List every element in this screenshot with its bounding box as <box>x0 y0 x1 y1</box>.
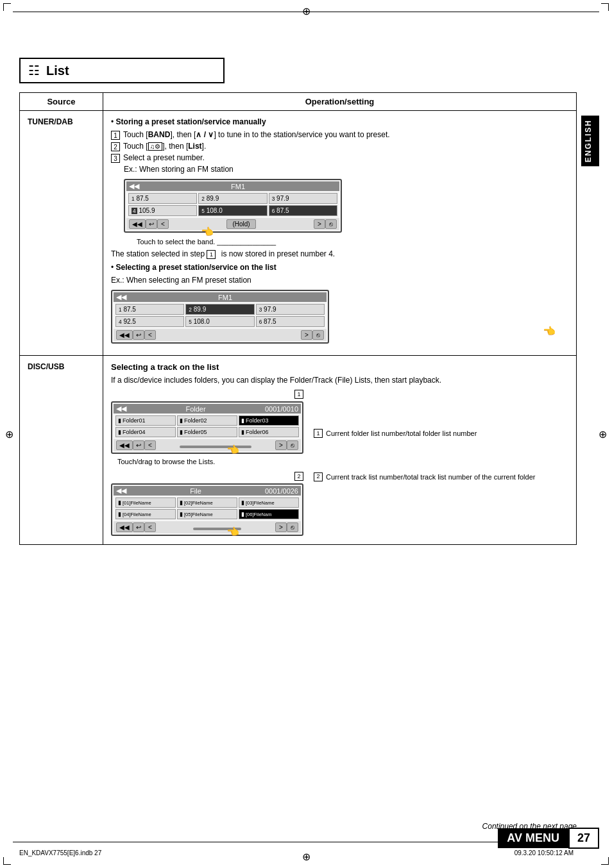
folder-cell-5: ▮Folder05 <box>177 427 237 437</box>
step-1: 1 Touch [BAND], then [∧ / ∨] to tune in … <box>111 130 568 140</box>
file-cell-6: ▮[06]FileNam <box>239 509 299 519</box>
fm-display-1-wrapper: ◀◀ FM1 1 87.5 2 89.9 3 97.9 4 105.9 5 1 <box>124 179 568 233</box>
note-item-2: 2 Current track list number/total track … <box>314 472 535 483</box>
fm2-cell-6: 6 87.5 <box>256 316 325 327</box>
touch-hand-2: 👈 <box>543 325 556 337</box>
operation-disc-usb: Selecting a track on the list If a disc/… <box>103 356 577 545</box>
list-header-title: List <box>46 63 69 78</box>
file-cell-2: ▮[02]FileName <box>177 497 237 508</box>
folder-icon-2: ▮ <box>180 417 183 424</box>
folder-back-btn[interactable]: ↩ <box>133 440 144 450</box>
file-icon-1: ▮ <box>118 499 121 506</box>
fm2-back-icon: ◀◀ <box>116 293 126 301</box>
fm-title-bar-1: ◀◀ FM1 <box>126 181 339 191</box>
av-menu-footer: AV MENU 27 <box>498 828 599 849</box>
fm-cell-2: 2 89.9 <box>198 193 267 204</box>
folder-prev-btn[interactable]: ◀◀ <box>116 440 133 450</box>
fm-grid-1: 1 87.5 2 89.9 3 97.9 4 105.9 5 108.0 6 8… <box>126 191 339 218</box>
folder-counter: 0001/0010 <box>265 405 298 413</box>
file-screen-wrapper: 2 ◀◀ File 0001/0026 <box>111 472 303 538</box>
crosshair-right-icon: ⊕ <box>599 428 607 440</box>
fm-display-2: ◀◀ FM1 1 87.5 2 89.9 3 97.9 4 92.5 5 10 <box>111 290 329 344</box>
folder-cell-4: ▮Folder04 <box>115 427 176 437</box>
note-text-2: Current track list number/total track li… <box>326 472 535 483</box>
operation-tuner-dab: Storing a preset station/service manuall… <box>103 111 577 356</box>
fm2-prev-btn[interactable]: ◀◀ <box>116 330 133 340</box>
corner-mark-bl <box>3 857 11 865</box>
file-title-text: File <box>190 487 201 495</box>
folder-lt-btn[interactable]: < <box>144 440 156 450</box>
page: ⊕ ⊕ ⊕ ⊕ ENGLISH ☷ List Source Operation/… <box>0 0 612 868</box>
step-num-2: 2 <box>111 142 120 151</box>
file-counter: 0001/0026 <box>265 487 298 495</box>
fm-prev-btn[interactable]: ◀◀ <box>129 219 146 229</box>
fm-back-icon: ◀◀ <box>129 182 139 190</box>
av-menu-label: AV MENU <box>498 828 568 848</box>
file-cell-4: ▮[04]FileName <box>115 509 176 519</box>
file-grid: ▮[01]FileName ▮[02]FileName ▮[03]FileNam… <box>114 496 301 521</box>
fm2-back-btn[interactable]: ↩ <box>133 330 144 340</box>
file-back-btn[interactable]: ↩ <box>133 522 144 532</box>
fm-back-btn[interactable]: ↩ <box>146 219 157 229</box>
folder-icon-3: ▮ <box>241 417 244 424</box>
fm-hold-area: (Hold) <box>169 221 314 228</box>
example-label-1: Ex.: When storing an FM station <box>124 165 568 174</box>
fm2-lt-btn[interactable]: < <box>144 330 156 340</box>
list-header: ☷ List <box>19 58 225 83</box>
disc-notes: 1 Current folder list number/total folde… <box>314 390 535 485</box>
fm-bottom-bar-1: ◀◀ ↩ < (Hold) > ⎋ <box>126 218 339 230</box>
fm-display-1: ◀◀ FM1 1 87.5 2 89.9 3 97.9 4 105.9 5 1 <box>124 179 342 233</box>
top-rule <box>13 12 599 12</box>
file-prev-btn[interactable]: ◀◀ <box>116 522 133 532</box>
source-disc-usb: DISC/USB <box>20 356 103 545</box>
fm-hold-btn[interactable]: (Hold) <box>226 219 255 229</box>
step-3: 3 Select a preset number. <box>111 153 568 163</box>
bullet-storing-title: Storing a preset station/service manuall… <box>116 117 266 126</box>
list-header-icon: ☷ <box>28 63 40 78</box>
fm-lt-btn[interactable]: < <box>157 219 169 229</box>
main-table: Source Operation/setting TUNER/DAB Stori… <box>19 92 577 545</box>
note-num-1: 1 <box>314 429 323 438</box>
col-source-header: Source <box>20 93 103 111</box>
fm-display-2-wrapper: ◀◀ FM1 1 87.5 2 89.9 3 97.9 4 92.5 5 10 <box>111 290 568 344</box>
disc-body-text: If a disc/device includes folders, you c… <box>111 376 568 385</box>
bullet-selecting-title: Selecting a preset station/service on th… <box>116 263 276 272</box>
folder-icon-5: ▮ <box>180 429 183 435</box>
fm2-eject-btn[interactable]: ⎋ <box>312 330 324 340</box>
touch-hand-file: 👈 <box>226 526 303 538</box>
note-item-1: 1 Current folder list number/total folde… <box>314 428 535 440</box>
step-3-text: Select a preset number. <box>123 153 205 162</box>
fm-title-bar-2: ◀◀ FM1 <box>114 292 327 302</box>
language-bar: ENGLISH <box>581 115 599 166</box>
fm-gt-btn[interactable]: > <box>314 219 325 229</box>
touch-caption-1: Touch to select the band. ______________… <box>137 238 568 246</box>
fm-cell-4: 4 105.9 <box>128 205 197 216</box>
fm2-gt-btn[interactable]: > <box>301 330 312 340</box>
fm-bottom-bar-2: ◀◀ ↩ < > ⎋ <box>114 329 327 341</box>
file-cell-3: ▮[03]FileName <box>239 497 299 508</box>
footer-date-info: 09.3.20 10:50:12 AM <box>514 849 574 856</box>
file-num-label-2: 2 <box>294 472 303 481</box>
file-lt-btn[interactable]: < <box>144 522 156 532</box>
fm-cell-3: 3 97.9 <box>269 193 337 204</box>
file-cell-5: ▮[05]FileName <box>177 509 237 519</box>
folder-num-indicator: 1 <box>111 390 303 399</box>
folder-cell-1: ▮Folder01 <box>115 415 176 426</box>
fm-eject-btn[interactable]: ⎋ <box>325 219 337 229</box>
fm2-cell-4: 4 92.5 <box>115 316 184 327</box>
fm2-cell-1: 1 87.5 <box>115 304 184 315</box>
touch-drag-caption: Touch/drag to browse the Lists. <box>117 458 303 465</box>
folder-icon-4: ▮ <box>118 429 121 435</box>
fm2-cell-5: 5 108.0 <box>185 316 254 327</box>
note-text-1: Current folder list number/total folder … <box>326 428 477 440</box>
step-1-text: Touch [BAND], then [∧ / ∨] to tune in to… <box>123 130 390 139</box>
page-number: 27 <box>568 828 599 849</box>
folder-num-label-1: 1 <box>294 390 303 399</box>
file-icon-4: ▮ <box>118 511 121 517</box>
source-tuner-dab: TUNER/DAB <box>20 111 103 356</box>
file-icon-3: ▮ <box>241 499 244 506</box>
crosshair-left-icon: ⊕ <box>5 428 13 440</box>
corner-mark-tl <box>3 3 11 11</box>
col-operation-header: Operation/setting <box>103 93 577 111</box>
corner-mark-br <box>601 857 609 865</box>
